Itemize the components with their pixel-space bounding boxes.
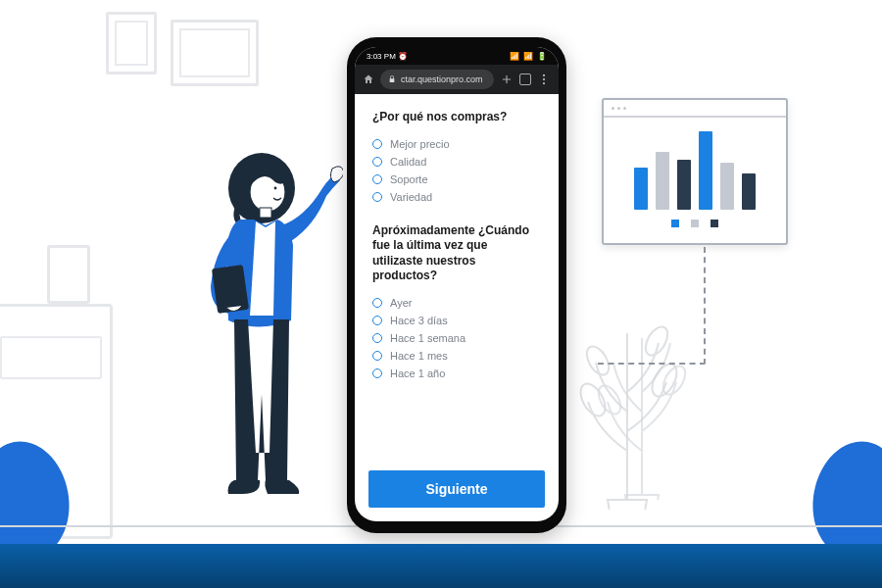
chart-bar	[677, 160, 691, 210]
radio-icon	[372, 139, 382, 149]
q2-option[interactable]: Hace 3 días	[372, 312, 541, 329]
menu-dots-icon[interactable]	[537, 73, 551, 86]
next-button[interactable]: Siguiente	[368, 470, 545, 508]
question-1-options: Mejor precio Calidad Soporte Variedad	[372, 135, 541, 206]
radio-icon	[372, 174, 382, 184]
q2-option[interactable]: Hace 1 año	[372, 365, 541, 382]
radio-icon	[372, 316, 382, 325]
wifi-icon: 📶	[523, 52, 533, 61]
chart-bar	[720, 163, 734, 210]
tabs-icon[interactable]	[519, 74, 531, 85]
signal-icon: 📶	[510, 52, 519, 61]
home-icon[interactable]	[363, 74, 374, 85]
phone-status-bar: 3:03 PM ⏰ 📶 📶 🔋	[355, 47, 559, 65]
radio-icon	[372, 298, 382, 308]
svg-point-8	[274, 187, 277, 190]
q1-option[interactable]: Mejor precio	[372, 135, 541, 153]
q1-option[interactable]: Variedad	[372, 188, 541, 206]
chart-bar	[656, 152, 669, 210]
svg-point-13	[543, 82, 545, 84]
chart-legend	[604, 216, 786, 231]
phone-mockup: 3:03 PM ⏰ 📶 📶 🔋 ctar.questionpro.com ¿Po…	[347, 37, 566, 533]
dashed-connector	[598, 247, 706, 365]
radio-icon	[372, 157, 382, 167]
legend-item	[691, 220, 699, 227]
person-illustration	[172, 139, 343, 531]
alarm-icon: ⏰	[398, 52, 408, 61]
chart-bar	[742, 173, 756, 210]
chart-bar	[634, 168, 648, 210]
svg-point-12	[543, 78, 545, 80]
radio-icon	[372, 333, 382, 343]
question-2-text: Apróximadamente ¿Cuándo fue la última ve…	[372, 223, 541, 284]
q2-option[interactable]: Ayer	[372, 294, 541, 312]
svg-rect-9	[260, 208, 271, 218]
survey-body: ¿Por qué nos compras? Mejor precio Calid…	[355, 94, 559, 470]
bottom-bar	[0, 544, 882, 588]
battery-icon: 🔋	[537, 52, 547, 61]
status-time: 3:03 PM	[367, 52, 396, 61]
q2-option[interactable]: Hace 1 semana	[372, 329, 541, 347]
q2-option[interactable]: Hace 1 mes	[372, 347, 541, 365]
chart-window-header	[604, 100, 786, 118]
radio-icon	[372, 368, 382, 378]
svg-point-5	[659, 363, 690, 399]
legend-item	[710, 220, 718, 227]
url-bar[interactable]: ctar.questionpro.com	[380, 70, 494, 89]
svg-rect-10	[212, 265, 249, 314]
question-2-options: Ayer Hace 3 días Hace 1 semana Hace 1 me…	[372, 294, 541, 382]
radio-icon	[372, 351, 382, 361]
radio-icon	[372, 192, 382, 202]
url-text: ctar.questionpro.com	[401, 74, 483, 84]
q1-option[interactable]: Calidad	[372, 153, 541, 171]
chart-bar	[699, 131, 712, 210]
decor-frame-large	[171, 20, 259, 86]
question-1-text: ¿Por qué nos compras?	[372, 110, 541, 125]
chart-bars	[604, 118, 786, 216]
new-tab-icon[interactable]	[500, 73, 514, 86]
lock-icon	[388, 75, 396, 83]
svg-point-11	[543, 74, 545, 76]
chart-panel	[602, 98, 788, 245]
svg-point-4	[594, 382, 625, 418]
browser-toolbar: ctar.questionpro.com	[355, 65, 559, 94]
q1-option[interactable]: Soporte	[372, 171, 541, 188]
decor-box	[47, 245, 90, 304]
decor-frame-small	[106, 12, 157, 74]
legend-item	[671, 220, 679, 227]
